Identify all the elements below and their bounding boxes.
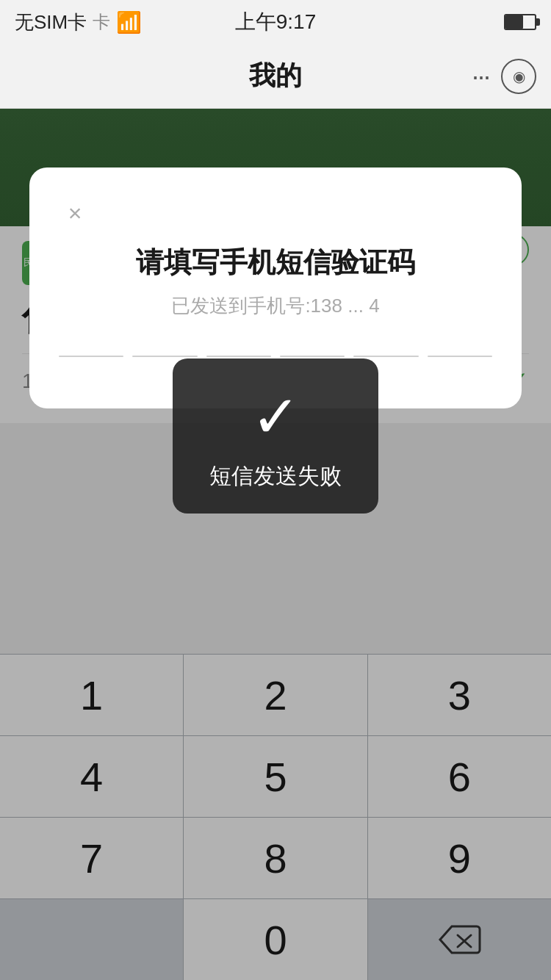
modal-close-button[interactable]: × [59, 197, 91, 229]
code-digit-3[interactable] [206, 356, 271, 357]
carrier-label: 无SIM卡 [15, 10, 87, 35]
nav-title: 我的 [249, 58, 302, 94]
nav-bar: 我的 ··· ◉ [0, 44, 551, 109]
page-background: 民信阿烦 民信阿烦 你的手机号码 13802 ... 54 微信绑定号码 ✓ i… [0, 109, 551, 980]
nav-circle-button[interactable]: ◉ [501, 59, 536, 94]
code-digit-5[interactable] [353, 356, 418, 357]
nav-right: ··· ◉ [472, 59, 536, 94]
code-digit-1[interactable] [59, 356, 123, 357]
modal-subtitle: 已发送到手机号:138 ... 4 [59, 293, 492, 319]
toast-notification: ✓ 短信发送失败 [173, 359, 378, 514]
sim-label: 卡 [93, 10, 110, 34]
toast-message: 短信发送失败 [209, 461, 342, 491]
time-label: 上午9:17 [235, 8, 317, 36]
battery-icon [504, 14, 536, 30]
code-input-row [59, 356, 492, 357]
modal-title: 请填写手机短信验证码 [59, 244, 492, 281]
status-left: 无SIM卡 卡 📶 [15, 10, 142, 35]
wifi-icon: 📶 [116, 10, 142, 35]
code-digit-2[interactable] [132, 356, 197, 357]
status-bar: 无SIM卡 卡 📶 上午9:17 [0, 0, 551, 44]
status-right [504, 14, 536, 30]
code-digit-6[interactable] [428, 356, 492, 357]
toast-checkmark: ✓ [251, 388, 300, 447]
nav-dots-button[interactable]: ··· [472, 61, 489, 92]
code-digit-4[interactable] [280, 356, 345, 357]
